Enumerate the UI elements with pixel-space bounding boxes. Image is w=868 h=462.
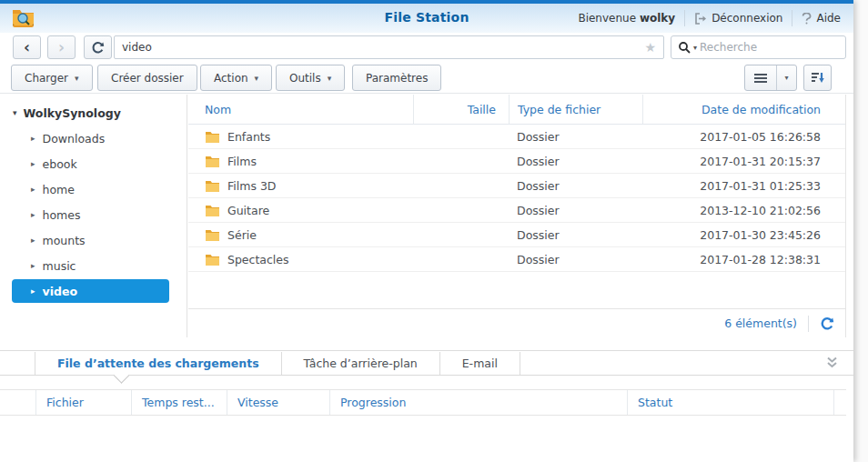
- tab-email[interactable]: E-mail: [440, 351, 520, 376]
- favorite-star-icon[interactable]: ★: [637, 40, 663, 55]
- column-header-modified[interactable]: Date de modification: [642, 95, 845, 124]
- file-modified: 2017-01-05 16:26:58: [642, 130, 845, 144]
- chevron-right-icon: ›: [58, 38, 65, 56]
- sidebar-item-home[interactable]: ▸ home: [19, 176, 187, 202]
- table-row[interactable]: Films 3D Dossier 2017-01-31 01:25:33: [188, 174, 845, 198]
- table-row[interactable]: Enfants Dossier 2017-01-05 16:26:58: [188, 125, 845, 149]
- caret-down-icon: ▾: [13, 108, 17, 117]
- upload-button[interactable]: Charger▾: [11, 65, 93, 91]
- logout-icon: [694, 13, 707, 25]
- column-header-type[interactable]: Type de fichier: [509, 95, 642, 124]
- path-field: ★: [114, 35, 664, 59]
- sidebar-item-ebook[interactable]: ▸ ebook: [19, 151, 187, 176]
- column-header-size[interactable]: Taille: [413, 95, 509, 124]
- list-view-icon[interactable]: [745, 65, 777, 90]
- caret-right-icon: ▸: [31, 236, 35, 245]
- header-separator: [684, 10, 685, 26]
- table-row[interactable]: Guitare Dossier 2013-12-10 21:02:56: [188, 198, 845, 223]
- help-icon: [802, 13, 812, 25]
- sidebar-item-label: music: [43, 259, 76, 273]
- table-row[interactable]: Spectacles Dossier 2017-01-28 12:38:31: [188, 247, 845, 272]
- file-modified: 2017-01-31 01:25:33: [642, 179, 845, 193]
- table-row[interactable]: Série Dossier 2017-01-30 23:45:26: [188, 223, 845, 247]
- file-name: Spectacles: [227, 253, 289, 266]
- column-header-filler: [834, 390, 846, 415]
- help-label: Aide: [816, 12, 841, 25]
- sidebar-item-homes[interactable]: ▸ homes: [19, 202, 187, 227]
- screen: File Station Bienvenue wolky Déconnexion…: [0, 0, 868, 462]
- header-separator: [792, 10, 792, 26]
- file-name: Films 3D: [227, 179, 276, 193]
- navigation-bar: ‹ › ★ ▾: [0, 33, 853, 62]
- column-header-file[interactable]: Fichier: [36, 390, 132, 415]
- caret-right-icon: ▸: [31, 261, 35, 270]
- sidebar-item-music[interactable]: ▸ music: [19, 253, 187, 278]
- button-label: Charger: [25, 72, 68, 85]
- sidebar-item-label: video: [43, 285, 77, 298]
- sort-button[interactable]: [803, 65, 832, 91]
- folder-icon: [205, 155, 220, 167]
- queue-table-header: Fichier Temps rest... Vitesse Progressio…: [0, 389, 846, 416]
- caret-right-icon: ▸: [31, 159, 35, 168]
- tab-upload-queue[interactable]: File d’attente des chargements: [35, 351, 281, 376]
- column-header-time-remaining[interactable]: Temps rest...: [132, 390, 227, 415]
- column-header-speed[interactable]: Vitesse: [227, 390, 330, 415]
- sidebar-item-mounts[interactable]: ▸ mounts: [19, 227, 187, 253]
- folder-icon: [205, 204, 220, 216]
- file-list-statusbar: 6 élément(s): [188, 308, 845, 337]
- refresh-list-button[interactable]: [820, 316, 834, 331]
- collapse-panel-button[interactable]: [825, 356, 839, 369]
- caret-down-icon: ▾: [328, 74, 332, 83]
- forward-button[interactable]: ›: [47, 35, 76, 59]
- file-name: Guitare: [227, 204, 269, 217]
- file-name: Films: [227, 155, 257, 168]
- chevron-left-icon: ‹: [24, 38, 30, 56]
- view-mode-caret-icon[interactable]: ▾: [777, 65, 796, 90]
- file-modified: 2017-01-30 23:45:26: [642, 228, 845, 242]
- search-input[interactable]: [700, 41, 839, 54]
- path-input[interactable]: [115, 41, 637, 54]
- tab-separator: [520, 352, 520, 375]
- column-header-progress[interactable]: Progression: [330, 390, 628, 415]
- sidebar-item-video[interactable]: ▸ video: [12, 279, 169, 303]
- column-header-status[interactable]: Statut: [628, 390, 834, 415]
- sort-icon: [811, 72, 825, 84]
- root-label: WolkySynology: [24, 106, 121, 120]
- file-list-panel: Nom Taille Type de fichier Date de modif…: [188, 95, 846, 337]
- create-folder-button[interactable]: Créer dossier: [97, 65, 197, 91]
- file-type: Dossier: [509, 130, 642, 144]
- search-scope-caret-icon[interactable]: ▾: [693, 44, 697, 52]
- action-button[interactable]: Action▾: [200, 65, 272, 91]
- sidebar-item-label: Downloads: [43, 132, 106, 146]
- sidebar-item-downloads[interactable]: ▸ Downloads: [19, 126, 187, 151]
- refresh-button[interactable]: [84, 35, 112, 59]
- sidebar-item-root[interactable]: ▾ WolkySynology: [0, 100, 187, 126]
- file-modified: 2017-01-28 12:38:31: [642, 253, 845, 266]
- welcome-prefix: Bienvenue: [578, 12, 636, 25]
- caret-down-icon: ▾: [75, 74, 79, 83]
- view-mode-split-button[interactable]: ▾: [744, 65, 797, 91]
- search-box[interactable]: ▾: [671, 35, 846, 59]
- logout-button[interactable]: Déconnexion: [694, 12, 782, 25]
- folder-icon: [205, 228, 220, 241]
- button-label: Paramètres: [366, 72, 428, 85]
- help-button[interactable]: Aide: [802, 12, 841, 25]
- back-button[interactable]: ‹: [13, 35, 41, 59]
- app-header: File Station Bienvenue wolky Déconnexion…: [0, 4, 853, 33]
- file-type: Dossier: [509, 204, 642, 217]
- settings-button[interactable]: Paramètres: [352, 65, 441, 91]
- file-station-window: File Station Bienvenue wolky Déconnexion…: [0, 0, 853, 462]
- file-type: Dossier: [509, 179, 642, 193]
- table-row[interactable]: Films Dossier 2017-01-31 20:15:37: [188, 149, 845, 174]
- sidebar-item-label: home: [43, 183, 75, 196]
- caret-down-icon: ▾: [255, 74, 259, 83]
- tab-background-task[interactable]: Tâche d’arrière-plan: [282, 351, 439, 376]
- file-name: Enfants: [227, 130, 270, 144]
- column-header-name[interactable]: Nom: [188, 95, 413, 124]
- file-modified: 2017-01-31 20:15:37: [642, 155, 845, 168]
- button-label: Action: [214, 72, 248, 85]
- tools-button[interactable]: Outils▾: [276, 65, 345, 91]
- caret-right-icon: ▸: [31, 134, 35, 143]
- header-right: Bienvenue wolky Déconnexion Aide: [578, 4, 841, 33]
- column-header-blank[interactable]: [0, 390, 36, 415]
